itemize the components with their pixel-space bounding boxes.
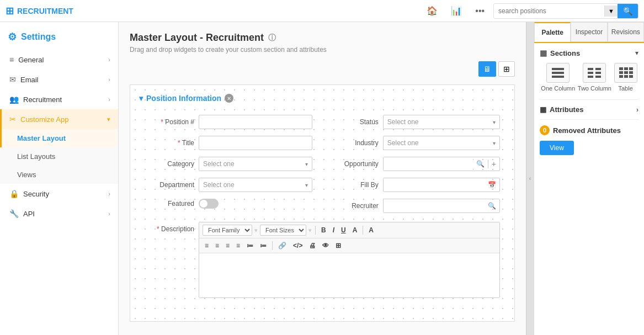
rte-underline-btn[interactable]: U [339, 225, 348, 235]
form-row-fill-by: Fill By 📅 [329, 174, 500, 195]
form-panel: ▾ Position Information ✕ Position # Titl… [130, 84, 515, 322]
rte-font-family-select[interactable]: Font Family [203, 225, 252, 236]
sidebar-item-api[interactable]: 🔧 API › [0, 204, 118, 224]
sidebar: ⚙ Settings ≡ General › ✉ Email › 👥 Recru… [0, 22, 119, 335]
add-opportunity-icon[interactable]: + [488, 159, 499, 168]
rte-bold-btn[interactable]: B [319, 225, 328, 235]
sections-chevron-icon[interactable]: ▾ [635, 49, 638, 57]
rte-italic-btn[interactable]: I [331, 225, 337, 235]
label-recruiter: Recruiter [329, 202, 379, 210]
rte-table-btn[interactable]: ⊞ [333, 241, 343, 251]
general-icon: ≡ [9, 55, 14, 64]
layout-two-column[interactable]: Two Column [578, 63, 611, 92]
collapse-icon: ‹ [529, 176, 531, 182]
sidebar-header: ⚙ Settings [0, 22, 118, 50]
svg-rect-17 [629, 75, 633, 78]
rte-align-justify-btn[interactable]: ≡ [234, 241, 242, 251]
calendar-icon[interactable]: 📅 [485, 181, 499, 189]
two-column-icon [583, 63, 606, 83]
sidebar-sub-views[interactable]: Views [0, 166, 118, 184]
tab-revisions[interactable]: Revisions [608, 22, 644, 42]
select-industry-arrow-icon: ▾ [493, 140, 496, 146]
svg-rect-1 [552, 72, 564, 74]
input-title[interactable] [199, 136, 312, 150]
recruitment-chevron-icon: › [108, 96, 110, 103]
rte-font-color-btn[interactable]: A [350, 225, 360, 235]
select-category[interactable]: Select one ▾ [199, 157, 312, 171]
rte-preview-btn[interactable]: 👁 [320, 241, 331, 251]
search-opportunity-icon[interactable]: 🔍 [473, 160, 488, 168]
input-fill-by[interactable] [384, 178, 485, 192]
sidebar-item-recruitment[interactable]: 👥 Recruitment › [0, 89, 118, 109]
rte-list-ol-btn[interactable]: ≔ [258, 241, 269, 251]
layout-one-column[interactable]: One Column [541, 63, 575, 92]
select-department[interactable]: Select one ▾ [199, 178, 312, 192]
form-row-opportunity: Opportunity 🔍 + [329, 153, 500, 174]
view-removed-btn[interactable]: View [540, 141, 574, 155]
attributes-chevron-icon: › [636, 106, 638, 114]
layout-options: One Column Two Column [540, 63, 638, 92]
rte-link-btn[interactable]: 🔗 [276, 241, 289, 251]
panel-tabs: Palette Inspector Revisions [534, 22, 644, 43]
svg-rect-6 [595, 72, 601, 74]
rte-print-btn[interactable]: 🖨 [307, 241, 318, 251]
section-close-btn[interactable]: ✕ [225, 94, 233, 103]
tab-palette[interactable]: Palette [534, 22, 571, 42]
more-icon-btn[interactable]: ••• [471, 4, 489, 18]
rte-list-ul-btn[interactable]: ≔ [244, 241, 256, 251]
rte-body[interactable] [199, 253, 499, 297]
customize-icon: ✂ [9, 115, 16, 124]
search-input[interactable] [494, 5, 604, 17]
select-status[interactable]: Select one ▾ [383, 115, 500, 129]
select-status-value: Select one [387, 118, 419, 126]
rte-toolbar-sep3 [272, 241, 273, 250]
select-department-value: Select one [203, 181, 235, 189]
sidebar-sub-list-layouts[interactable]: List Layouts [0, 147, 118, 166]
select-industry[interactable]: Select one ▾ [383, 136, 500, 150]
rte-align-center-btn[interactable]: ≡ [213, 241, 221, 251]
tab-inspector[interactable]: Inspector [571, 22, 607, 42]
attributes-section: ▦ Attributes › [540, 99, 638, 114]
sidebar-item-email[interactable]: ✉ Email › [0, 70, 118, 89]
section-title: Position Information [146, 94, 221, 103]
label-category: Category [145, 160, 194, 168]
rte-code-btn[interactable]: </> [291, 241, 305, 251]
rte-align-left-btn[interactable]: ≡ [203, 241, 211, 251]
grid-view-btn[interactable]: ⊞ [498, 61, 515, 77]
rte-font-sizes-select[interactable]: Font Sizes [260, 225, 306, 236]
section-collapse-icon[interactable]: ▾ [139, 94, 143, 103]
search-submit-btn[interactable]: 🔍 [618, 4, 638, 18]
master-layout-label: Master Layout [17, 134, 66, 142]
input-position[interactable] [199, 115, 312, 129]
label-industry: Industry [329, 139, 379, 147]
sidebar-sub-master-layout[interactable]: Master Layout [0, 129, 118, 147]
search-dropdown-btn[interactable]: ▼ [604, 6, 618, 17]
page-subtitle: Drag and drop widgets to create your cus… [130, 46, 515, 54]
toggle-featured[interactable] [199, 199, 219, 209]
svg-rect-10 [624, 67, 628, 70]
attributes-header[interactable]: ▦ Attributes › [540, 105, 638, 114]
desktop-view-btn[interactable]: 🖥 [478, 61, 496, 77]
api-chevron-icon: › [108, 210, 110, 217]
page-title: Master Layout - Recruitment ⓘ [130, 32, 515, 44]
search-recruiter-icon[interactable]: 🔍 [485, 202, 499, 210]
rte-text-size-btn[interactable]: A [366, 225, 376, 235]
sidebar-label-security: Security [23, 190, 108, 198]
rte-align-right-btn[interactable]: ≡ [223, 241, 232, 251]
sidebar-item-general[interactable]: ≡ General › [0, 50, 118, 70]
chart-icon-btn[interactable]: 📊 [446, 3, 466, 18]
svg-rect-13 [624, 71, 628, 74]
sidebar-item-customize-app[interactable]: ✂ Customize App ▾ [0, 109, 118, 129]
attributes-left: ▦ Attributes [540, 105, 583, 114]
home-icon-btn[interactable]: 🏠 [422, 3, 442, 18]
input-opportunity[interactable] [384, 157, 473, 171]
form-row-category: Category Select one ▾ [145, 153, 312, 174]
collapse-handle[interactable]: ‹ [526, 22, 534, 335]
svg-rect-15 [619, 75, 623, 78]
input-recruiter[interactable] [384, 199, 485, 212]
layout-table[interactable]: Table [614, 63, 637, 92]
info-icon[interactable]: ⓘ [268, 33, 276, 43]
sidebar-item-security[interactable]: 🔒 Security › [0, 184, 118, 204]
sidebar-label-customize: Customize App [20, 115, 107, 124]
svg-rect-16 [624, 75, 628, 78]
